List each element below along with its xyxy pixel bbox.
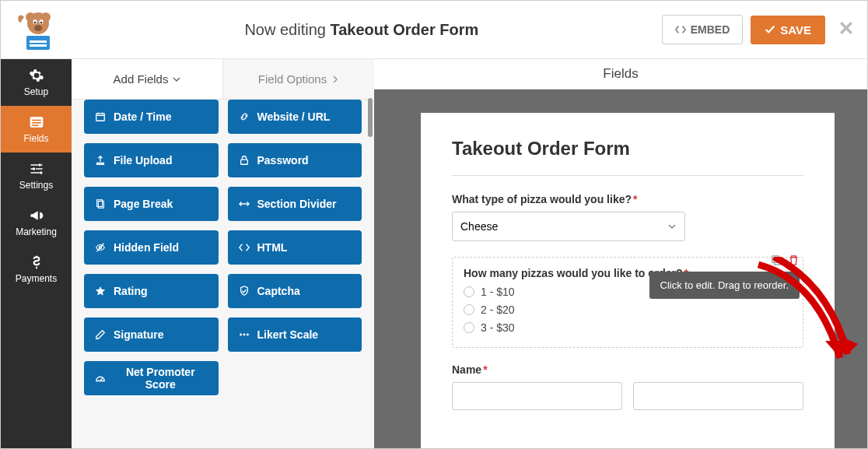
field-btn-hidden-field[interactable]: Hidden Field [84,230,219,265]
radio-option[interactable]: 3 - $30 [464,321,792,334]
label-text: What type of pizza would you like? [452,193,632,205]
field-name[interactable]: Name* [452,363,803,410]
radio-circle [464,322,474,333]
code-icon [675,24,686,35]
field-btn-rating[interactable]: Rating [84,274,219,308]
preview-section-header: Fields [374,59,867,89]
eye-slash-icon [95,242,106,253]
embed-button[interactable]: EMBED [662,15,744,44]
divider [452,175,803,176]
nav-setup[interactable]: Setup [1,59,72,106]
ellipsis-icon [239,329,250,340]
field-btn-section-divider[interactable]: Section Divider [228,187,362,221]
arrows-h-icon [239,198,250,209]
nav-label: Settings [19,180,53,191]
field-btn-label: Captcha [257,285,300,297]
svg-rect-10 [30,44,47,47]
code-icon [239,242,250,253]
svg-point-24 [243,334,245,336]
scrollbar-thumb[interactable] [368,98,373,137]
field-btn-label: Signature [114,328,164,341]
field-btn-net-promoter[interactable]: Net Promoter Score [84,361,219,395]
field-btn-file-upload[interactable]: File Upload [84,143,219,177]
radio-option[interactable]: 2 - $20 [464,303,792,316]
field-btn-label: Hidden Field [114,241,179,254]
option-label: 3 - $30 [481,321,515,334]
tab-label: Add Fields [114,72,169,86]
field-btn-date-time[interactable]: Date / Time [84,100,219,134]
editing-prefix: Now editing [244,21,326,38]
nav-settings[interactable]: Settings [1,153,72,199]
tab-add-fields[interactable]: Add Fields [72,59,223,99]
field-btn-label: Date / Time [114,110,171,123]
pencil-icon [95,329,106,340]
trash-icon[interactable] [788,254,800,266]
first-name-input[interactable] [452,382,622,410]
upload-icon [95,155,106,166]
form-title[interactable]: Takeout Order Form [452,138,803,160]
sliders-icon [29,161,44,177]
svg-rect-14 [32,125,38,126]
save-button[interactable]: SAVE [751,16,825,44]
svg-point-25 [246,334,248,336]
svg-point-16 [33,167,35,170]
nav-fields[interactable]: Fields [1,106,72,153]
dropdown[interactable]: Cheese [452,212,685,241]
field-btn-captcha[interactable]: Captcha [228,274,362,308]
gear-icon [29,68,44,83]
svg-point-15 [38,163,40,166]
edit-tooltip: Click to edit. Drag to reorder. [649,272,800,299]
left-panel: Add Fields Field Options Date / TimeWebs… [72,59,374,448]
field-btn-page-break[interactable]: Page Break [84,187,219,221]
svg-point-7 [34,25,42,31]
dropdown-value: Cheese [460,220,498,233]
bullhorn-icon [29,208,44,223]
form-name: Takeout Order Form [331,21,479,38]
dashboard-icon [95,373,106,384]
nav-marketing[interactable]: Marketing [1,199,72,246]
field-btn-label: HTML [257,241,288,254]
field-btn-password[interactable]: Password [228,143,362,177]
field-btn-label: Website / URL [257,110,331,123]
field-btn-html[interactable]: HTML [228,230,362,265]
radio-circle [464,286,474,297]
name-inputs [452,382,803,410]
save-label: SAVE [780,23,811,37]
field-label: What type of pizza would you like?* [452,193,803,205]
field-btn-website-url[interactable]: Website / URL [228,100,362,134]
nav-payments[interactable]: Payments [1,246,72,293]
calendar-icon [95,111,106,122]
required-mark: * [483,363,487,376]
star-icon [95,286,106,296]
check-icon [765,24,775,35]
chevron-down-icon [173,75,180,83]
close-button[interactable] [839,21,853,38]
field-btn-label: Page Break [114,198,173,210]
editing-title: Now editing Takeout Order Form [61,21,662,39]
svg-rect-26 [772,256,779,262]
scrollbar[interactable] [368,98,373,448]
dollar-icon [29,254,44,270]
radio-circle [464,304,474,315]
embed-label: EMBED [691,23,730,36]
preview-canvas: Takeout Order Form What type of pizza wo… [374,89,867,448]
svg-point-5 [34,22,37,24]
shield-icon [239,286,250,296]
field-pizza-type[interactable]: What type of pizza would you like?* Chee… [452,193,803,241]
duplicate-icon[interactable] [771,254,782,266]
field-btn-label: Net Promoter Score [114,366,208,391]
option-label: 1 - $10 [481,286,515,298]
tab-label: Field Options [258,72,327,86]
field-btn-signature[interactable]: Signature [84,317,219,352]
field-pizza-qty[interactable]: Click to edit. Drag to reorder. How many… [452,257,803,348]
option-label: 2 - $20 [481,303,515,316]
field-actions [771,254,800,266]
field-btn-label: Section Divider [257,198,337,210]
tab-field-options[interactable]: Field Options [223,59,374,99]
field-palette[interactable]: Date / TimeWebsite / URLFile UploadPassw… [72,100,374,448]
panel-tabs: Add Fields Field Options [72,59,374,100]
field-btn-likert-scale[interactable]: Likert Scale [228,317,362,352]
nav-label: Setup [24,86,48,97]
list-icon [29,114,44,130]
last-name-input[interactable] [633,382,803,410]
